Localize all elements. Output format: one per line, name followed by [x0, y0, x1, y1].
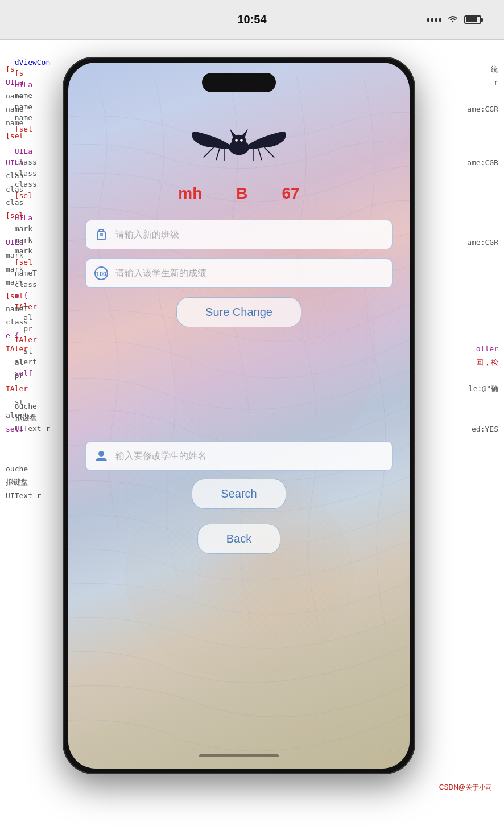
svg-point-7 [240, 139, 242, 141]
status-bar-icons [427, 14, 481, 26]
phone-screen: mh B 67 [68, 63, 410, 769]
svg-point-6 [235, 139, 237, 141]
svg-text:100: 100 [96, 270, 106, 277]
person-icon-svg [94, 449, 109, 463]
phone-content: mh B 67 [68, 97, 410, 769]
class-input[interactable] [85, 220, 393, 249]
signal-icon [427, 18, 441, 22]
name-input-wrapper [85, 441, 393, 471]
status-time: 10:54 [237, 13, 266, 26]
bat-logo [188, 120, 290, 167]
search-section: Search Back [85, 441, 393, 561]
sure-change-button[interactable]: Sure Change [176, 297, 301, 327]
name-input[interactable] [85, 441, 393, 471]
back-button[interactable]: Back [197, 524, 280, 554]
svg-marker-5 [241, 129, 248, 137]
wifi-icon [447, 14, 458, 26]
search-button[interactable]: Search [192, 479, 286, 509]
person-icon [93, 448, 109, 464]
score-icon: 100 [93, 265, 109, 281]
bat-svg [188, 120, 290, 165]
class-icon [93, 227, 109, 243]
stats-row: mh B 67 [178, 184, 299, 203]
stat-mh: mh [178, 184, 202, 203]
score-icon-svg: 100 [94, 266, 109, 281]
score-input-wrapper: 100 [85, 258, 393, 288]
svg-marker-4 [230, 129, 237, 137]
stat-score: 67 [282, 184, 300, 203]
mac-status-bar: 10:54 [0, 0, 504, 40]
stat-b: B [236, 184, 247, 203]
side-code-left: [s UILa name name name [sel UILa clas cl… [0, 57, 65, 508]
side-code-right: 统 r ame:CGR ame:CGR ame:CGR oller 回，检 le… [436, 57, 504, 441]
home-indicator [199, 754, 279, 757]
class-input-wrapper [85, 220, 393, 249]
svg-point-13 [98, 451, 104, 457]
bucket-icon-svg [94, 227, 109, 242]
phone-notch [202, 73, 276, 92]
phone-frame: mh B 67 [63, 57, 415, 774]
score-input[interactable] [85, 258, 393, 288]
csdn-watermark: CSDN@关于小司 [439, 783, 493, 792]
battery-icon [464, 15, 481, 24]
